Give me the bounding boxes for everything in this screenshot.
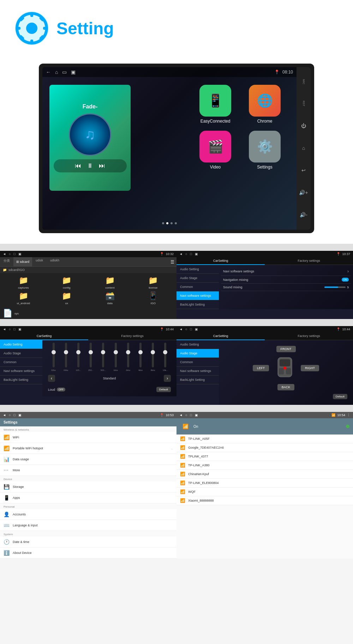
stage-sidebar-backlight[interactable]: BackLight Setting bbox=[176, 376, 219, 384]
eq-default-btn[interactable]: Default bbox=[156, 387, 171, 392]
vol-up-btn[interactable]: 🔊+ bbox=[299, 190, 308, 195]
stage-default-btn[interactable]: Default bbox=[333, 394, 347, 399]
navi-rect-icon[interactable]: □ bbox=[190, 252, 192, 256]
wifi-toggle[interactable] bbox=[346, 425, 349, 428]
eq-tab-factory[interactable]: Factory settings bbox=[88, 332, 176, 340]
settings-more[interactable]: ⋯ More bbox=[0, 465, 176, 476]
eq-prev-btn[interactable]: ‹ bbox=[48, 375, 55, 382]
file-content[interactable]: 📁 content bbox=[89, 276, 131, 289]
settings-language[interactable]: ⌨️ Language & input bbox=[0, 520, 176, 531]
settings-hotspot[interactable]: 📶 Portable WiFi hotspot ... bbox=[0, 443, 176, 454]
settings-data-usage[interactable]: 📊 Data usage bbox=[0, 454, 176, 465]
file-license[interactable]: 📁 license bbox=[133, 276, 174, 289]
file-captures[interactable]: 📁 captures bbox=[3, 276, 44, 289]
tab-factory[interactable]: Factory settings bbox=[265, 257, 353, 265]
nav-mixing-toggle[interactable]: ON bbox=[342, 278, 349, 282]
stage-sidebar-navi[interactable]: Navi software settings bbox=[176, 367, 219, 376]
wifi-rect-nav-icon[interactable]: □ bbox=[190, 413, 192, 417]
eq-source-icon[interactable]: ▣ bbox=[18, 327, 22, 331]
stage-back-icon[interactable]: ◄ bbox=[179, 327, 183, 331]
eq-track-500hz[interactable] bbox=[102, 343, 104, 367]
eq-track-1khz[interactable] bbox=[115, 343, 117, 367]
right-btn[interactable]: RIGHT bbox=[301, 365, 319, 371]
fm-home-icon[interactable]: ○ bbox=[9, 252, 11, 256]
stage-sidebar-audio-setting[interactable]: Audio Setting bbox=[176, 340, 219, 349]
app-chrome[interactable]: 🌐 Chrome bbox=[244, 85, 286, 124]
tab-carsetting[interactable]: CarSetting bbox=[176, 257, 265, 265]
pause-btn[interactable]: ⏸ bbox=[87, 162, 93, 170]
navi-source-icon[interactable]: ▣ bbox=[195, 252, 198, 256]
power-btn[interactable]: ⏻ bbox=[301, 123, 306, 129]
eq-track-2khz[interactable] bbox=[127, 343, 129, 367]
app-video[interactable]: 🎬 Video bbox=[194, 131, 237, 170]
home-side-btn[interactable]: ⌂ bbox=[302, 145, 305, 151]
back-icon[interactable]: ← bbox=[46, 69, 51, 75]
android-rect-icon[interactable]: □ bbox=[13, 413, 15, 417]
back-side-btn[interactable]: ↩ bbox=[301, 167, 306, 173]
stage-sidebar-audio-stage[interactable]: Audio Stage bbox=[176, 349, 219, 358]
eq-back-icon[interactable]: ◄ bbox=[3, 327, 6, 331]
wifi-network-4[interactable]: 📶 TP-LINK_A380 bbox=[176, 461, 353, 470]
sidebar-audio-setting[interactable]: Audio Setting bbox=[176, 265, 219, 274]
fm-source-icon[interactable]: ▣ bbox=[18, 252, 22, 256]
wifi-network-1[interactable]: 📶 TP-LINK_A05F bbox=[176, 435, 353, 443]
wifi-network-2[interactable]: 📶 Google_7DE407AEC2A6 bbox=[176, 443, 353, 452]
wifi-back-nav-icon[interactable]: ◄ bbox=[179, 413, 183, 417]
eq-track-16khz[interactable] bbox=[164, 343, 166, 367]
file-data[interactable]: 🗃️ data bbox=[89, 291, 131, 305]
eq-sidebar-backlight[interactable]: BackLight Setting bbox=[0, 376, 42, 384]
fm-rect-icon[interactable]: □ bbox=[13, 252, 15, 256]
back-btn[interactable]: BACK bbox=[277, 384, 295, 390]
forward-btn[interactable]: ⏭ bbox=[99, 162, 105, 170]
file-ux[interactable]: 📁 ux bbox=[46, 291, 88, 305]
source-icon[interactable]: ▣ bbox=[71, 69, 76, 75]
android-source-icon[interactable]: ▣ bbox=[18, 413, 22, 417]
eq-track-64hz[interactable] bbox=[65, 343, 67, 367]
tab-udisk[interactable]: udisk bbox=[32, 257, 47, 266]
eq-track-8khz[interactable] bbox=[152, 343, 154, 367]
loud-toggle[interactable]: Loud OFF bbox=[48, 388, 65, 391]
stage-home-icon[interactable]: ○ bbox=[185, 327, 187, 331]
settings-apps[interactable]: 📱 Apps bbox=[0, 492, 176, 503]
navi-back-icon[interactable]: ◄ bbox=[179, 252, 183, 256]
stage-tab-carsetting[interactable]: CarSetting bbox=[176, 332, 265, 340]
eq-home-icon[interactable]: ○ bbox=[9, 327, 11, 331]
home-icon[interactable]: ⌂ bbox=[55, 69, 58, 75]
android-home-icon[interactable]: ○ bbox=[9, 413, 11, 417]
file-config[interactable]: 📁 config bbox=[46, 276, 88, 289]
stage-tab-factory[interactable]: Factory settings bbox=[265, 332, 353, 340]
wifi-network-3[interactable]: 📶 TPLINK_4377 bbox=[176, 452, 353, 461]
tab-category[interactable]: 分类 bbox=[0, 257, 13, 266]
sidebar-common[interactable]: Common bbox=[176, 283, 219, 291]
app-settings[interactable]: ⚙️ Settings bbox=[244, 131, 286, 170]
eq-track-250hz[interactable] bbox=[90, 343, 92, 367]
fm-back-icon[interactable]: ◄ bbox=[3, 252, 6, 256]
eq-sidebar-navi[interactable]: Navi software settings bbox=[0, 367, 42, 376]
wifi-network-7[interactable]: 📶 WQF bbox=[176, 488, 353, 496]
settings-date-time[interactable]: 🕐 Date & time bbox=[0, 537, 176, 548]
sidebar-backlight[interactable]: BackLight Setting bbox=[176, 300, 219, 309]
eq-sidebar-common[interactable]: Common bbox=[0, 358, 42, 367]
nav-mixing-row[interactable]: Navigation mixing ON bbox=[221, 276, 351, 284]
front-btn[interactable]: FRONT bbox=[276, 346, 296, 352]
wifi-menu-icon[interactable]: ⋮ bbox=[347, 413, 350, 417]
tab-udiskh[interactable]: udiskh bbox=[47, 257, 63, 266]
eq-sidebar-audio-setting[interactable]: Audio Setting bbox=[0, 340, 42, 349]
android-back-icon[interactable]: ◄ bbox=[3, 413, 6, 417]
tab-sdcard[interactable]: ⊞ sdcard bbox=[13, 257, 32, 266]
eq-next-btn[interactable]: › bbox=[164, 375, 171, 382]
sound-mixing-row[interactable]: Sound mixing 5 bbox=[221, 284, 351, 291]
eq-rect-icon[interactable]: □ bbox=[13, 327, 15, 331]
eq-track-4khz[interactable] bbox=[139, 343, 142, 367]
wifi-network-8[interactable]: 📶 Xiaomi_88888888 bbox=[176, 496, 353, 505]
stage-source-icon[interactable]: ▣ bbox=[195, 327, 198, 331]
left-btn[interactable]: LEFT bbox=[253, 365, 269, 371]
loud-toggle-state[interactable]: OFF bbox=[57, 388, 65, 391]
file-sys-row[interactable]: 📄 sys bbox=[0, 308, 176, 319]
stage-rect-icon[interactable]: □ bbox=[190, 327, 192, 331]
navi-home-icon[interactable]: ○ bbox=[185, 252, 187, 256]
rewind-btn[interactable]: ⏮ bbox=[75, 162, 81, 170]
file-igo[interactable]: 📱 iGO bbox=[133, 291, 174, 305]
file-ui-android[interactable]: 📁 ui_android bbox=[3, 291, 44, 305]
wifi-network-5[interactable]: 📶 ChinaNet-Kpuf bbox=[176, 470, 353, 479]
